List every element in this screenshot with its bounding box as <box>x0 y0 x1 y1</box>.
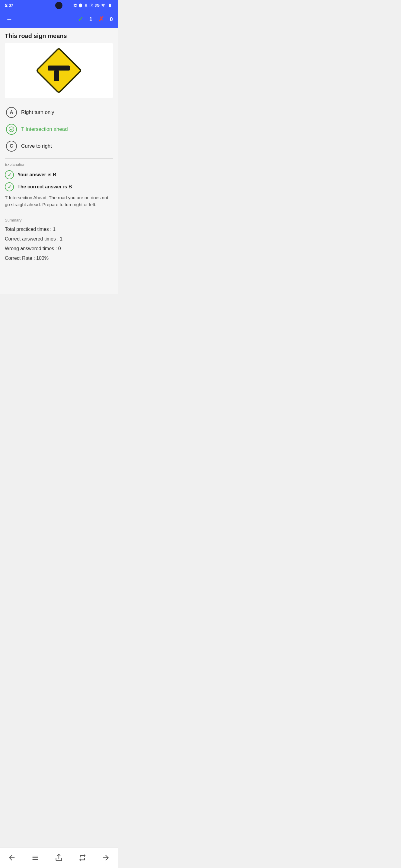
content-area: This road sign means A Right turn only T… <box>0 28 118 294</box>
checkmark-icon <box>8 126 15 132</box>
your-answer-text: Your answer is B <box>18 172 56 178</box>
back-button[interactable]: ← <box>5 14 14 24</box>
option-b[interactable]: T Intersection ahead <box>5 121 113 138</box>
download-icon <box>84 3 88 7</box>
sign-image-container <box>5 43 113 98</box>
question-title: This road sign means <box>5 33 113 39</box>
correct-answered: Correct answered times : 1 <box>5 236 113 242</box>
option-c[interactable]: C Curve to right <box>5 138 113 155</box>
camera-notch <box>55 2 62 9</box>
option-c-circle: C <box>6 141 17 152</box>
signal-icon <box>101 3 106 7</box>
your-answer-row: Your answer is B <box>5 170 113 179</box>
total-practiced: Total practiced times : 1 <box>5 227 113 232</box>
wrong-count: 0 <box>110 16 113 23</box>
explanation-title: Explanation <box>5 162 113 167</box>
correct-count: 1 <box>89 16 92 23</box>
option-a-circle: A <box>6 107 17 118</box>
status-icons: 3G <box>73 3 113 7</box>
nav-bar: ← ✓ 1 ✗ 0 <box>0 11 118 28</box>
settings-icon <box>73 3 77 7</box>
explanation-body: T-Intersection Ahead; The road you are o… <box>5 194 113 208</box>
battery-icon <box>107 3 113 7</box>
status-time: 5:07 <box>5 3 13 8</box>
wrong-answered: Wrong answered times : 0 <box>5 246 113 251</box>
option-c-label: Curve to right <box>21 143 52 149</box>
divider-2 <box>5 214 113 214</box>
correct-rate: Correct Rate : 100% <box>5 255 113 261</box>
correct-answer-row: The correct answer is B <box>5 182 113 191</box>
summary-title: Summary <box>5 218 113 222</box>
option-b-label: T Intersection ahead <box>21 126 68 132</box>
wallet-icon <box>89 3 93 7</box>
network-label: 3G <box>95 3 99 7</box>
shield-icon <box>79 3 83 7</box>
check-icon: ✓ <box>78 16 83 23</box>
wrong-icon: ✗ <box>98 16 104 23</box>
svg-rect-3 <box>54 70 59 81</box>
correct-answer-text: The correct answer is B <box>18 184 72 190</box>
your-answer-check <box>5 170 14 179</box>
option-a-label: Right turn only <box>21 110 54 116</box>
svg-point-0 <box>92 5 92 6</box>
svg-point-4 <box>9 127 14 132</box>
option-a[interactable]: A Right turn only <box>5 104 113 121</box>
correct-answer-check <box>5 182 14 191</box>
svg-rect-2 <box>48 66 70 71</box>
road-sign <box>36 48 82 93</box>
option-b-circle <box>6 124 17 135</box>
